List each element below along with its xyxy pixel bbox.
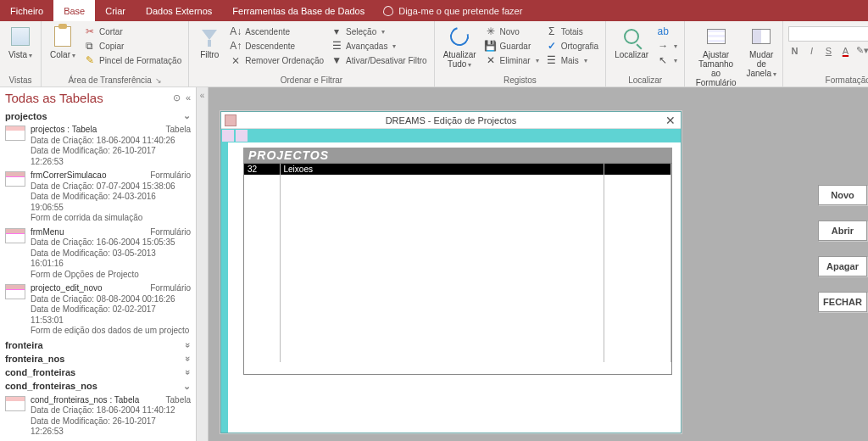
navgroup-projectos[interactable]: projectos: [0, 109, 196, 123]
refresh-icon: [447, 24, 472, 49]
pincel-button[interactable]: Pincel de Formatação: [82, 53, 183, 67]
filtro-button[interactable]: Filtro: [194, 23, 225, 61]
tell-me-search[interactable]: Diga-me o que pretende fazer: [375, 0, 531, 21]
cortar-button[interactable]: Cortar: [82, 25, 183, 38]
tab-ficheiro[interactable]: Ficheiro: [0, 0, 53, 21]
replace-button[interactable]: ab: [655, 25, 679, 38]
localizar-button[interactable]: Localizar: [611, 23, 652, 61]
tell-me-label: Diga-me o que pretende fazer: [398, 6, 522, 16]
size-to-fit-icon: [707, 29, 726, 44]
navgroup-cond-fronteiras[interactable]: cond_fronteiras: [0, 366, 196, 379]
close-icon[interactable]: ✕: [665, 114, 676, 127]
chevron-down-icon: [186, 340, 191, 350]
navitem-frmcorrersimulacao[interactable]: frmCorrerSimulacaoFormulário Data de Cri…: [0, 169, 196, 226]
navitem-projectos-tabela[interactable]: projectos : TabelaTabela Data de Criação…: [0, 123, 196, 169]
list-row-selected[interactable]: 32 Leixoes: [244, 164, 671, 175]
vista-button[interactable]: Vista▾: [5, 23, 36, 62]
projectos-listbox[interactable]: 32 Leixoes: [243, 163, 672, 375]
avancadas-button[interactable]: ☰Avançadas▾: [329, 39, 429, 53]
navitem-projecto-edit-novo[interactable]: projecto_edit_novoFormulário Data de Cri…: [0, 282, 196, 338]
group-label: Formatação de Texto: [826, 75, 868, 85]
switch-windows-icon: [752, 29, 771, 44]
form-icon: [5, 171, 25, 187]
group-formatacao-texto: N I S A ✎▾ ≡ ≡ ≡ ▦▾ Formatação de Texto↘: [783, 21, 868, 87]
save-icon: 💾: [485, 40, 497, 52]
toggle-filtro-button[interactable]: ▼Ativar/Desativar Filtro: [329, 53, 429, 67]
goto-icon: →: [657, 40, 669, 52]
mdi-canvas: « DREAMS - Edição de Projectos ✕ PROJECT…: [197, 87, 868, 441]
form-icon: [5, 228, 25, 243]
group-label: Registos: [440, 75, 601, 87]
novo-registo-button[interactable]: ✳Novo: [483, 25, 541, 38]
totais-button[interactable]: ΣTotais: [544, 25, 600, 38]
table-icon: [5, 126, 25, 141]
guardar-button[interactable]: 💾Guardar: [483, 39, 541, 53]
funnel-icon: [202, 30, 217, 43]
navitem-frmmenu[interactable]: frmMenuFormulário Data de Criação: 16-06…: [0, 226, 196, 282]
group-clipboard: Colar▾ Cortar Copiar Pincel de Formataçã…: [42, 21, 189, 87]
tab-criar[interactable]: Criar: [95, 0, 136, 21]
navpane-collapse-icon[interactable]: «: [186, 92, 191, 103]
italic-button[interactable]: I: [805, 46, 817, 56]
ortografia-button[interactable]: ✓Ortografia: [544, 39, 600, 53]
spellcheck-icon: ✓: [546, 40, 558, 52]
copy-icon: [84, 40, 96, 52]
selecao-button[interactable]: ▾Seleção▾: [329, 25, 429, 38]
new-record-icon: ✳: [485, 25, 497, 37]
group-janela: Ajustar Tamanho ao Formulário Mudar de J…: [685, 21, 783, 87]
tab-dados-externos[interactable]: Dados Externos: [136, 0, 222, 21]
workspace: Todas as Tabelas ⊙« projectos projectos …: [0, 87, 868, 441]
remover-ordenacao-button[interactable]: ⨯Remover Ordenação: [228, 53, 326, 67]
fechar-button[interactable]: FECHAR: [818, 292, 867, 312]
shutter-bar[interactable]: «: [197, 87, 209, 441]
cell-name: Leixoes: [280, 164, 604, 175]
clear-sort-icon: ⨯: [230, 54, 242, 66]
replace-icon: ab: [657, 25, 669, 37]
novo-button[interactable]: Novo: [818, 185, 867, 205]
group-label: Vistas: [5, 75, 36, 87]
select-cursor-icon: ↖: [657, 54, 669, 66]
scissors-icon: [84, 25, 96, 37]
navigation-pane: Todas as Tabelas ⊙« projectos projectos …: [0, 87, 197, 441]
goto-button[interactable]: →▾: [655, 39, 679, 53]
select-button[interactable]: ↖▾: [655, 53, 679, 67]
magnifier-icon: [624, 29, 639, 44]
atualizar-tudo-button[interactable]: Atualizar Tudo▾: [440, 23, 480, 71]
descendente-button[interactable]: A↑Descendente: [228, 39, 326, 53]
sort-asc-icon: A↓: [230, 25, 242, 37]
chevron-up-icon: [183, 381, 191, 392]
ajustar-tamanho-button[interactable]: Ajustar Tamanho ao Formulário: [690, 23, 742, 89]
apagar-button[interactable]: Apagar: [818, 256, 867, 276]
underline-button[interactable]: S: [822, 46, 834, 56]
bold-button[interactable]: N: [788, 46, 800, 56]
highlight-button[interactable]: ✎▾: [856, 45, 868, 56]
group-label: Ordenar e Filtrar: [194, 75, 428, 87]
more-icon: ☰: [546, 54, 558, 66]
navgroup-cond-fronteiras-nos[interactable]: cond_fronteiras_nos: [0, 379, 196, 394]
navgroup-fronteira[interactable]: fronteira: [0, 338, 196, 352]
font-color-button[interactable]: A: [839, 46, 851, 56]
ascendente-button[interactable]: A↓Ascendente: [228, 25, 326, 38]
navpane-menu-icon[interactable]: ⊙: [173, 92, 181, 103]
mais-button[interactable]: ☰Mais▾: [544, 53, 600, 67]
navitem-cfn-tabela[interactable]: cond_fronteiras_nos : TabelaTabela Data …: [0, 394, 196, 439]
app-tabs: Ficheiro Base Criar Dados Externos Ferra…: [0, 0, 868, 21]
selection-filter-icon: ▾: [331, 25, 342, 37]
chevron-down-icon: [186, 354, 191, 364]
dialog-launcher-icon[interactable]: ↘: [155, 76, 162, 85]
navpane-title[interactable]: Todas as Tabelas: [5, 91, 103, 105]
eliminar-button[interactable]: ✕Eliminar▾: [483, 53, 541, 67]
font-family-select[interactable]: [788, 26, 868, 42]
colar-button[interactable]: Colar▾: [47, 23, 79, 62]
chevron-up-icon: [183, 110, 191, 121]
chevron-down-icon: [186, 367, 191, 377]
tab-ferramentas[interactable]: Ferramentas da Base de Dados: [222, 0, 375, 21]
form-section-header: PROJECTOS: [243, 148, 672, 163]
mudar-janela-button[interactable]: Mudar de Janela▾: [745, 23, 777, 81]
tab-base[interactable]: Base: [53, 0, 95, 21]
copiar-button[interactable]: Copiar: [82, 39, 183, 53]
abrir-button[interactable]: Abrir: [818, 220, 867, 241]
delete-icon: ✕: [485, 54, 497, 66]
navgroup-fronteira-nos[interactable]: fronteira_nos: [0, 352, 196, 366]
advanced-filter-icon: ☰: [331, 40, 342, 52]
